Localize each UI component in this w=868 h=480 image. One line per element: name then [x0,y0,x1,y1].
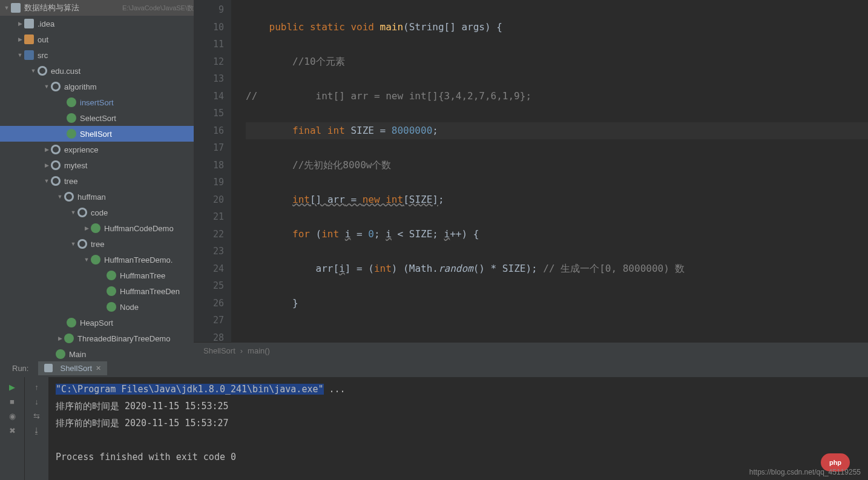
class-icon [67,113,76,123]
tree-item-huffmancodedemo[interactable]: HuffmanCodeDemo [0,220,194,236]
console-line: 排序前的时间是 2020-11-15 15:53:25 [56,401,229,412]
code-line[interactable]: //先初始化8000w个数 [246,157,868,174]
breadcrumb-method[interactable]: main() [248,346,270,355]
class-icon [67,129,76,139]
console-line: Process finished with exit code 0 [56,452,236,462]
folder-icon [24,50,34,60]
chevron-down-icon[interactable] [42,82,51,91]
tree-item-insertsort[interactable]: insertSort [0,94,194,110]
tree-item-tree[interactable]: tree [0,173,194,189]
tree-item-main[interactable]: Main [0,346,194,359]
tree-item-huffmantreeden[interactable]: HuffmanTreeDen [0,283,194,299]
tree-item-heapsort[interactable]: HeapSort [0,315,194,330]
stop-button[interactable]: ■ [6,395,18,407]
code-content[interactable]: public static void main(String[] args) {… [231,0,868,342]
class-icon [107,302,116,312]
chevron-right-icon[interactable] [42,145,51,154]
camera-icon[interactable]: ◉ [6,410,18,422]
run-header: Run: ShellSort ✕ [0,359,868,377]
code-line[interactable]: for (int i = 0; i < SIZE; i++) { [246,226,868,243]
class-icon [64,334,74,343]
chevron-right-icon[interactable] [42,161,51,169]
tab-icon [44,364,53,372]
ide-root: 数据结构与算法 E:\JavaCode\JavaSE\数 .idea out s… [0,0,868,480]
project-path: E:\JavaCode\JavaSE\数 [122,4,194,13]
package-icon [51,176,61,186]
project-tree: 数据结构与算法 E:\JavaCode\JavaSE\数 .idea out s… [0,0,194,359]
down-icon[interactable]: ↓ [31,395,43,407]
chevron-down-icon[interactable] [16,51,24,59]
tree-item-huffmantree[interactable]: HuffmanTree [0,268,194,283]
package-icon [38,66,47,76]
console-line: "C:\Program Files\Java\jdk1.8.0_241\bin\… [56,384,324,395]
tree-item-huffman[interactable]: huffman [0,189,194,205]
chevron-right-icon[interactable] [16,19,24,28]
line-gutter: 9 10 11 12 13 14 15 16 17 18 19 20 21 22… [194,0,231,342]
chevron-down-icon[interactable] [29,67,38,75]
code-line[interactable]: int[] arr = new int[SIZE]; [246,191,868,209]
code-line[interactable] [246,329,868,343]
console-output[interactable]: "C:\Program Files\Java\jdk1.8.0_241\bin\… [48,377,868,480]
chevron-down-icon[interactable] [2,4,11,12]
run-tab[interactable]: ShellSort ✕ [38,361,107,375]
chevron-down-icon[interactable] [69,240,77,248]
watermark: https://blog.csdn.net/qq_45119255 [749,468,861,476]
run-toolbar-left2: ↑ ↓ ⇆ ⭳ [24,377,48,480]
code-area[interactable]: 9 10 11 12 13 14 15 16 17 18 19 20 21 22… [194,0,868,342]
tree-item-src[interactable]: src [0,47,194,63]
chevron-right-icon[interactable] [82,224,91,232]
chevron-down-icon[interactable] [56,192,64,201]
tree-item-huffmantreedemo[interactable]: HuffmanTreeDemo. [0,252,194,268]
folder-icon [24,35,34,44]
class-icon [91,255,100,265]
tree-item-node[interactable]: Node [0,299,194,315]
tree-item-edu[interactable]: edu.cust [0,63,194,79]
class-icon [107,271,116,280]
code-line[interactable]: // int[] arr = new int[]{3,4,2,7,6,1,9}; [246,88,868,105]
tree-item-mytest[interactable]: mytest [0,157,194,173]
run-panel: Run: ShellSort ✕ ▶ ■ ◉ ✖ ↑ ↓ ⇆ ⭳ "C:\Pro… [0,359,868,480]
settings-icon[interactable]: ✖ [6,424,18,436]
run-button[interactable]: ▶ [6,381,18,393]
chevron-down-icon[interactable] [69,208,77,217]
breadcrumb-class[interactable]: ShellSort [203,346,235,355]
up-icon[interactable]: ↑ [31,381,43,393]
package-icon [51,145,61,154]
code-line[interactable]: arr[i] = (int) (Math.random() * SIZE); /… [246,260,868,278]
project-sidebar: 数据结构与算法 E:\JavaCode\JavaSE\数 .idea out s… [0,0,194,359]
tree-item-selectsort[interactable]: SelectSort [0,110,194,126]
package-icon [77,208,87,217]
tree-item-treesub[interactable]: tree [0,236,194,252]
chevron-down-icon[interactable] [82,255,91,264]
tree-item-algorithm[interactable]: algorithm [0,79,194,94]
tree-item-out[interactable]: out [0,31,194,47]
breadcrumb[interactable]: ShellSort › main() [194,342,868,359]
class-icon [56,349,65,359]
close-icon[interactable]: ✕ [96,364,101,372]
package-icon [51,160,61,170]
tree-item-code[interactable]: code [0,205,194,220]
chevron-right-icon[interactable] [56,334,64,343]
tree-item-idea[interactable]: .idea [0,16,194,31]
run-tab-label: ShellSort [60,364,92,373]
project-name: 数据结构与算法 [24,2,119,13]
export-icon[interactable]: ⭳ [31,424,43,436]
chevron-right-icon[interactable] [16,35,24,44]
code-line[interactable]: } [246,295,868,312]
breadcrumb-sep: › [240,346,243,355]
chevron-down-icon[interactable] [42,177,51,185]
folder-icon [24,19,34,28]
wrap-icon[interactable]: ⇆ [31,410,43,422]
package-icon [77,239,87,249]
class-icon [107,286,116,296]
code-line[interactable]: public static void main(String[] args) { [246,19,868,36]
tree-item-threadedbt[interactable]: ThreadedBinaryTreeDemo [0,330,194,346]
tree-project-root[interactable]: 数据结构与算法 E:\JavaCode\JavaSE\数 [0,0,194,16]
code-line[interactable]: //10个元素 [246,53,868,71]
tree-item-exprience[interactable]: exprience [0,142,194,157]
code-line-current[interactable]: final int SIZE = 8000000; [246,122,868,140]
console-line: 排序前的时间是 2020-11-15 15:53:27 [56,418,229,429]
package-icon [64,192,74,202]
class-icon [91,223,100,233]
tree-item-shellsort[interactable]: ShellSort [0,126,194,142]
